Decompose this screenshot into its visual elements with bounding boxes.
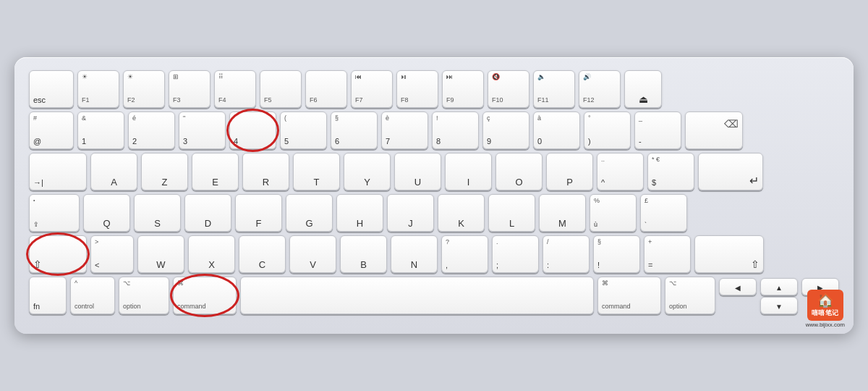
key-f9[interactable]: ⏭ F9 [442,70,484,108]
key-4[interactable]: ' 4 [229,112,276,149]
bottom-row: fn ^ control ⌥ option ⌘ command ⌘ comman… [29,277,839,314]
key-backspace[interactable]: ⌫ [685,112,743,149]
key-u[interactable]: U [394,153,441,190]
key-tab[interactable]: →| [29,153,87,190]
key-x[interactable]: X [188,235,235,273]
key-at[interactable]: # @ [29,112,74,149]
key-esc[interactable]: esc [29,70,74,108]
key-y[interactable]: Y [344,153,391,190]
key-k[interactable]: K [438,194,485,232]
key-b[interactable]: B [340,235,387,273]
key-f1[interactable]: ☀ F1 [77,70,119,108]
key-c[interactable]: C [239,235,286,273]
key-caret[interactable]: .. ^ [597,153,644,190]
watermark-url: www.bijixx.com [806,321,845,328]
key-l[interactable]: L [488,194,535,232]
number-row: # @ & 1 é 2 " 3 ' 4 ( 5 § 6 è 7 [29,112,839,149]
key-eject[interactable]: ⏏ [624,70,662,108]
key-i[interactable]: I [445,153,492,190]
key-5[interactable]: ( 5 [280,112,327,149]
key-command-right[interactable]: ⌘ command [597,277,661,314]
key-t[interactable]: T [293,153,340,190]
key-fn[interactable]: fn [29,277,67,314]
keyboard-container: esc ☀ F1 ☀ F2 ⊞ F3 ⠿ F4 F5 F6 ⏮ F7 ⏯ [14,57,854,334]
key-p[interactable]: P [546,153,593,190]
key-dollar[interactable]: * € $ [647,153,694,190]
key-arrow-left[interactable]: ◀ [719,278,757,295]
key-r[interactable]: R [242,153,289,190]
function-row: esc ☀ F1 ☀ F2 ⊞ F3 ⠿ F4 F5 F6 ⏮ F7 ⏯ [29,70,839,108]
key-caps-lock[interactable]: • ⇪ [29,194,80,232]
key-arrow-up[interactable]: ▲ [760,278,798,295]
key-w[interactable]: W [137,235,184,273]
arrow-up-down: ▲ ▼ [760,278,798,314]
key-plus[interactable]: + = [644,235,691,273]
key-percent[interactable]: % ù [590,194,637,232]
key-f7[interactable]: ⏮ F7 [351,70,393,108]
key-f4[interactable]: ⠿ F4 [214,70,256,108]
key-excl[interactable]: § ! [593,235,640,273]
azerty-row: →| A Z E R T Y U I O P . [29,153,839,190]
key-8[interactable]: ! 8 [432,112,479,149]
key-f11[interactable]: 🔈 F11 [533,70,575,108]
key-a[interactable]: A [90,153,137,190]
key-z[interactable]: Z [141,153,188,190]
key-3[interactable]: " 3 [179,112,226,149]
key-m[interactable]: M [539,194,586,232]
key-paren[interactable]: ° ) [584,112,631,149]
key-q[interactable]: Q [83,194,130,232]
watermark: 🏠 嘻嘻笔记 www.bijixx.com [806,290,845,328]
watermark-site: 嘻嘻笔记 [812,308,839,318]
wxcv-row: ⇧ > < W X C V B N ? , . ; [29,235,839,273]
key-angle[interactable]: > < [90,235,134,273]
key-1[interactable]: & 1 [77,112,124,149]
key-9[interactable]: ç 9 [482,112,529,149]
key-v[interactable]: V [289,235,336,273]
key-pound[interactable]: £ ` [640,194,687,232]
key-colon[interactable]: / : [542,235,590,273]
key-n[interactable]: N [391,235,438,273]
key-f8[interactable]: ⏯ F8 [396,70,438,108]
key-s[interactable]: S [134,194,181,232]
key-minus[interactable]: _ - [634,112,681,149]
key-f12[interactable]: 🔊 F12 [579,70,621,108]
key-shift-right[interactable]: ⇧ [694,235,764,273]
key-shift-left[interactable]: ⇧ [29,235,87,273]
key-comma[interactable]: ? , [441,235,488,273]
key-f6[interactable]: F6 [305,70,347,108]
key-enter[interactable]: ↵ [698,153,763,190]
key-semicolon[interactable]: . ; [492,235,539,273]
key-e[interactable]: E [192,153,239,190]
qsdf-row: • ⇪ Q S D F G H J K L M [29,194,839,232]
key-f2[interactable]: ☀ F2 [123,70,165,108]
watermark-icon: 🏠 [817,293,833,308]
key-control[interactable]: ^ control [70,277,115,314]
key-command-left[interactable]: ⌘ command [173,277,237,314]
key-arrow-down[interactable]: ▼ [760,297,798,314]
key-f5[interactable]: F5 [260,70,302,108]
key-g[interactable]: G [286,194,333,232]
key-h[interactable]: H [336,194,383,232]
key-2[interactable]: é 2 [128,112,175,149]
key-j[interactable]: J [387,194,434,232]
key-o[interactable]: O [495,153,542,190]
key-6[interactable]: § 6 [331,112,378,149]
key-f10[interactable]: 🔇 F10 [488,70,529,108]
key-space[interactable] [240,277,594,314]
key-0[interactable]: à 0 [533,112,580,149]
key-f[interactable]: F [235,194,282,232]
key-option-left[interactable]: ⌥ option [119,277,169,314]
key-d[interactable]: D [184,194,231,232]
key-7[interactable]: è 7 [381,112,428,149]
key-f3[interactable]: ⊞ F3 [169,70,210,108]
key-option-right[interactable]: ⌥ option [665,277,715,314]
